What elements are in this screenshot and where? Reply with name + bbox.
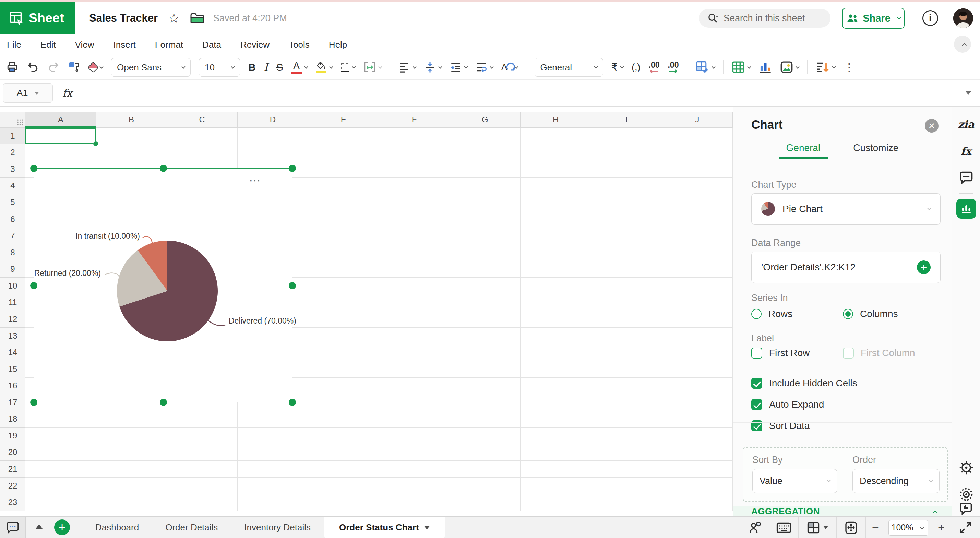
undo-button[interactable] xyxy=(27,61,39,73)
column-header[interactable]: G xyxy=(450,112,520,128)
indent-button[interactable] xyxy=(450,62,468,73)
row-header[interactable]: 11 xyxy=(0,294,25,311)
freeze-panes-button[interactable] xyxy=(799,522,836,534)
chart-resize-handle[interactable] xyxy=(289,165,296,172)
order-select[interactable]: Descending xyxy=(853,469,940,493)
menu-item[interactable]: Edit xyxy=(40,40,56,50)
insert-image-button[interactable] xyxy=(780,61,799,73)
sort-by-select[interactable]: Value xyxy=(752,469,837,493)
chart-resize-handle[interactable] xyxy=(160,399,167,406)
row-header[interactable]: 14 xyxy=(0,344,25,361)
format-painter-button[interactable] xyxy=(68,61,81,74)
column-header[interactable]: I xyxy=(591,112,662,128)
zoom-level-select[interactable]: 100% xyxy=(888,520,928,536)
insert-chart-button[interactable] xyxy=(759,61,772,73)
menu-item[interactable]: Format xyxy=(155,40,183,50)
menu-item[interactable]: View xyxy=(75,40,94,50)
row-header[interactable]: 21 xyxy=(0,461,25,477)
font-family-select[interactable]: Open Sans xyxy=(111,58,191,77)
row-header[interactable]: 12 xyxy=(0,311,25,328)
comma-format-button[interactable]: (,) xyxy=(632,63,640,72)
settings-button[interactable] xyxy=(952,460,980,475)
column-header[interactable]: H xyxy=(520,112,591,128)
fullscreen-button[interactable] xyxy=(951,521,980,534)
row-header[interactable]: 2 xyxy=(0,144,25,161)
zoom-in-button[interactable]: + xyxy=(932,521,951,534)
zoom-out-button[interactable]: − xyxy=(866,521,885,534)
cell-name-box[interactable]: A1 xyxy=(3,83,53,102)
select-all-corner[interactable] xyxy=(0,112,25,128)
folder-icon[interactable] xyxy=(190,12,204,24)
row-header[interactable]: 16 xyxy=(0,377,25,394)
sheet-search[interactable]: Search in this sheet xyxy=(699,9,830,28)
formula-bar-expand-icon[interactable] xyxy=(966,91,971,95)
chart-resize-handle[interactable] xyxy=(30,282,37,289)
menu-item[interactable]: Data xyxy=(202,40,221,50)
pan-navigate-button[interactable] xyxy=(837,521,865,535)
chart-panel-button[interactable] xyxy=(952,199,980,219)
label-checkbox[interactable]: First Row xyxy=(751,348,843,359)
label-checkbox[interactable]: First Column xyxy=(843,348,934,359)
menu-item[interactable]: File xyxy=(7,40,21,50)
zia-button[interactable]: zia xyxy=(952,118,980,130)
font-size-select[interactable]: 10 xyxy=(199,58,240,77)
menu-item[interactable]: Insert xyxy=(113,40,136,50)
currency-format-button[interactable]: ₹ xyxy=(611,62,624,72)
user-avatar[interactable] xyxy=(953,8,973,28)
chart-resize-handle[interactable] xyxy=(289,282,296,289)
fill-color-button[interactable] xyxy=(316,61,332,73)
column-header[interactable]: F xyxy=(379,112,450,128)
row-header[interactable]: 4 xyxy=(0,178,25,195)
collapse-toolbar-button[interactable] xyxy=(954,36,971,53)
insert-table-button[interactable] xyxy=(732,61,751,73)
column-header[interactable]: D xyxy=(238,112,308,128)
series-in-radio[interactable]: Rows xyxy=(751,308,843,319)
borders-button[interactable] xyxy=(341,63,355,72)
comments-panel-button[interactable] xyxy=(0,517,26,538)
column-header[interactable]: B xyxy=(96,112,167,128)
font-color-button[interactable]: A xyxy=(291,61,307,74)
vertical-align-button[interactable] xyxy=(424,61,442,73)
keyboard-shortcuts-button[interactable] xyxy=(770,522,798,534)
series-in-radio[interactable]: Columns xyxy=(843,308,934,319)
bold-button[interactable]: B xyxy=(248,62,256,72)
column-header[interactable]: E xyxy=(308,112,379,128)
row-header[interactable]: 1 xyxy=(0,128,25,144)
row-header[interactable]: 5 xyxy=(0,194,25,211)
sheet-tab[interactable]: Order Status Chart xyxy=(324,517,445,538)
app-logo[interactable]: Sheet xyxy=(0,2,75,34)
row-header[interactable]: 20 xyxy=(0,444,25,461)
row-header[interactable]: 7 xyxy=(0,227,25,244)
favorite-star-icon[interactable]: ☆ xyxy=(168,12,180,25)
horizontal-align-button[interactable] xyxy=(398,62,416,73)
sheet-tab[interactable]: Inventory Details xyxy=(231,517,324,538)
conditional-format-button[interactable] xyxy=(695,61,715,74)
clear-format-button[interactable] xyxy=(89,64,103,71)
embedded-pie-chart[interactable]: Delivered (70.00%) Returned (20.00%) In … xyxy=(33,168,293,402)
row-header[interactable]: 15 xyxy=(0,361,25,378)
row-header[interactable]: 9 xyxy=(0,261,25,278)
theme-button[interactable] xyxy=(952,487,980,502)
toolbar-more-button[interactable]: ⋮ xyxy=(843,62,854,73)
number-format-select[interactable]: General xyxy=(535,58,603,77)
explore-insights-button[interactable] xyxy=(740,521,769,535)
row-header[interactable]: 23 xyxy=(0,494,25,511)
row-header[interactable]: 8 xyxy=(0,244,25,261)
decrease-decimal-button[interactable]: .00 xyxy=(649,61,660,74)
aggregation-section-header[interactable]: AGGREGATION xyxy=(733,506,951,516)
chart-resize-handle[interactable] xyxy=(289,399,296,406)
redo-button[interactable] xyxy=(47,61,60,73)
toggle-checkbox[interactable]: Sort Data xyxy=(751,420,941,431)
comments-button[interactable] xyxy=(952,171,980,185)
italic-button[interactable]: I xyxy=(264,62,268,72)
increase-decimal-button[interactable]: .00 xyxy=(668,61,679,74)
toggle-checkbox[interactable]: Auto Expand xyxy=(751,399,941,410)
column-header[interactable]: J xyxy=(662,112,733,128)
share-button[interactable]: Share xyxy=(842,8,905,29)
chart-options-menu[interactable]: ⋯ xyxy=(249,174,262,186)
panel-close-button[interactable]: ✕ xyxy=(925,119,939,133)
data-range-input[interactable]: 'Order Details'.K2:K12 + xyxy=(751,252,940,283)
chart-resize-handle[interactable] xyxy=(160,165,167,172)
row-header[interactable]: 6 xyxy=(0,211,25,228)
panel-tab[interactable]: General xyxy=(786,142,821,159)
